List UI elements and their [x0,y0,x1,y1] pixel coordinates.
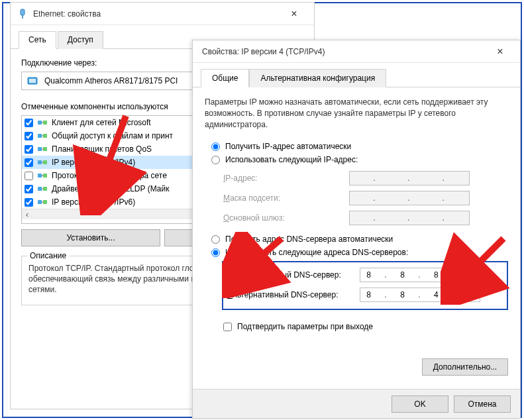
adapter-name: Qualcomm Atheros AR8171/8175 PCI [44,76,178,85]
component-label: Протокол мультиплексора сете [52,171,167,180]
svg-rect-4 [43,121,47,125]
dns-auto-label: Получить адрес DNS-сервера автоматически [225,235,393,244]
ip-manual-radio-row[interactable]: Использовать следующий IP-адрес: [211,155,508,164]
svg-rect-10 [43,147,47,151]
install-button[interactable]: Установить... [21,229,160,246]
network-component-icon [37,119,48,127]
tab-alt-config[interactable]: Альтернативная конфигурация [249,69,386,87]
validate-checkbox[interactable] [223,323,232,331]
network-component-icon [37,158,48,166]
ok-button[interactable]: OK [392,395,448,413]
tab-access[interactable]: Доступ [58,31,103,49]
ip-manual-label: Использовать следующий IP-адрес: [225,155,358,164]
tab-network[interactable]: Сеть [19,31,56,49]
ethernet-title: Ethernet: свойства [33,9,281,19]
svg-rect-18 [38,187,42,191]
validate-row[interactable]: Подтвердить параметры при выходе [223,322,508,331]
ip-addr-field: ... [349,171,470,185]
svg-rect-21 [38,200,42,204]
component-label: IP версии 6 (TCP/IPv6) [52,197,135,207]
svg-rect-6 [38,134,42,138]
ip-auto-radio-row[interactable]: Получить IP-адрес автоматически [211,142,508,151]
network-component-icon [37,198,48,206]
svg-rect-2 [29,79,36,83]
network-component-icon [37,185,48,193]
tab-general[interactable]: Общие [201,69,249,87]
nic-icon [27,76,39,85]
gateway-label: Основной шлюз: [223,213,349,223]
gateway-field: ... [349,211,470,225]
network-component-icon [37,172,48,180]
svg-rect-13 [43,160,47,164]
network-component-icon [37,132,48,140]
dns-pref-label: Предпочитаемый DNS-сервер: [227,270,360,280]
svg-rect-12 [38,160,42,164]
dns-alt-label: Альтернативный DNS-сервер: [227,290,360,299]
component-checkbox[interactable] [25,132,33,140]
component-checkbox[interactable] [25,172,33,180]
dns-manual-radio-row[interactable]: Использовать следующие адреса DNS-сервер… [211,248,508,257]
mask-label: Маска подсети: [223,193,349,203]
dns-auto-radio[interactable] [211,235,220,244]
component-checkbox[interactable] [25,145,33,154]
component-checkbox[interactable] [25,198,33,207]
svg-rect-9 [38,147,42,151]
ethernet-close-button[interactable]: × [281,8,307,20]
component-checkbox[interactable] [25,119,33,127]
ip-addr-label: IP-адрес: [223,174,349,183]
dns-manual-radio[interactable] [211,248,220,257]
dns-alt-field[interactable]: 8. 8. 4. 4 [360,288,480,302]
dns-manual-label: Использовать следующие адреса DNS-сервер… [225,248,408,257]
svg-rect-19 [43,187,47,191]
ipv4-close-button[interactable]: × [487,46,513,58]
network-component-icon [37,145,48,153]
cancel-button[interactable]: Отмена [454,395,511,413]
component-label: Драйвер протокола LLDP (Майк [52,184,169,193]
dns-highlight-box: Предпочитаемый DNS-сервер: 8. 8. 8. 8 Ал… [222,261,508,310]
component-label: Клиент для сетей Microsoft [52,118,151,127]
ip-auto-label: Получить IP-адрес автоматически [225,142,351,151]
ipv4-title: Свойства: IP версии 4 (TCP/IPv4) [202,47,487,56]
ip-auto-radio[interactable] [211,142,220,151]
ipv4-footer: OK Отмена [193,389,520,418]
svg-rect-7 [43,134,47,138]
svg-rect-22 [43,200,47,204]
description-legend: Описание [27,251,69,260]
ip-manual-radio[interactable] [211,156,220,164]
component-label: Планировщик пакетов QoS [52,144,152,154]
component-label: Общий доступ к файлам и принт [52,131,173,140]
component-checkbox[interactable] [25,185,33,193]
scroll-left-icon[interactable]: ‹ [22,210,32,219]
validate-label: Подтвердить параметры при выходе [237,322,373,331]
ipv4-titlebar: Свойства: IP версии 4 (TCP/IPv4) × [193,40,520,63]
svg-rect-15 [38,174,42,178]
ipv4-intro: Параметры IP можно назначать автоматичес… [205,97,508,130]
ipv4-properties-window: Свойства: IP версии 4 (TCP/IPv4) × Общие… [192,40,521,419]
dns-pref-field[interactable]: 8. 8. 8. 8 [360,268,480,282]
ipv4-tabs: Общие Альтернативная конфигурация [193,63,520,87]
dns-auto-radio-row[interactable]: Получить адрес DNS-сервера автоматически [211,235,508,244]
component-label: IP версии 4 (TCP/IPv4) [52,158,135,167]
svg-rect-16 [43,174,47,178]
mask-field: ... [349,191,470,205]
svg-rect-0 [21,9,25,15]
ethernet-icon [17,9,28,19]
advanced-button[interactable]: Дополнительно... [422,358,508,376]
component-checkbox[interactable] [25,158,33,167]
ethernet-titlebar: Ethernet: свойства × [11,3,314,25]
svg-rect-3 [38,121,42,125]
